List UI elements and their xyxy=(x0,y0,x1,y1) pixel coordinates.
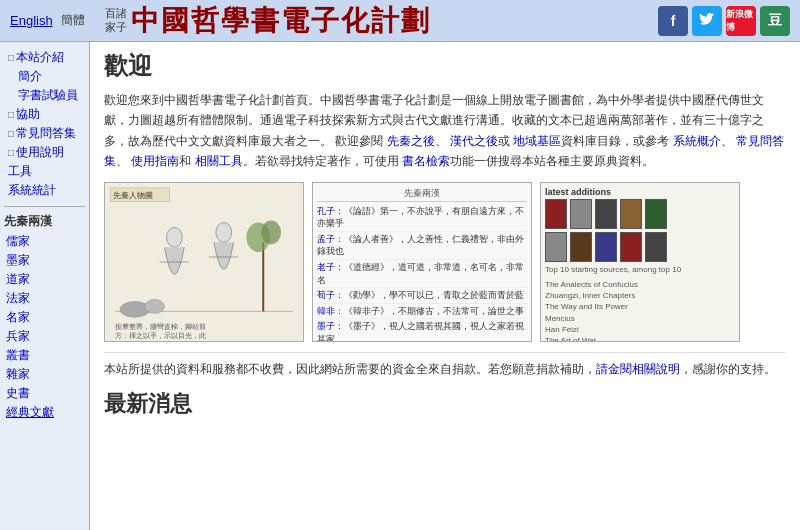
book-thumb-2 xyxy=(570,199,592,229)
book-thumb-6 xyxy=(545,232,567,262)
book-thumb-10 xyxy=(645,232,667,262)
douban-icon[interactable]: 豆 xyxy=(760,6,790,36)
sidebar-item-military[interactable]: 兵家 xyxy=(0,327,89,346)
svg-point-10 xyxy=(145,299,165,313)
images-row: 按摩整齊，腰彎皮棉，腳站前 方：揮之以手，示以目光，此 先秦人物圖 先秦兩漢 孔… xyxy=(104,182,786,342)
sidebar: 本站介紹 簡介 字書試驗員 協助 常見問答集 使用說明 工具 系統統計 先秦兩漢… xyxy=(0,42,90,530)
text-list-item-5: 墨子：《墨子》，視人之國若視其國，視人之家若視其家 xyxy=(317,319,527,341)
content-area: 歡迎 歡迎您來到中國哲學書電子化計劃首頁。中國哲學書電子化計劃是一個線上開放電子… xyxy=(90,42,800,530)
site-name-small: 百諸 家子 xyxy=(105,7,127,33)
sidebar-item-legalist[interactable]: 法家 xyxy=(0,289,89,308)
svg-point-8 xyxy=(261,220,281,244)
sidebar-item-faq[interactable]: 常見問答集 xyxy=(4,124,85,143)
sidebar-section-title: 先秦兩漢 xyxy=(0,211,89,232)
sidebar-item-help[interactable]: 協助 xyxy=(4,105,85,124)
social-icons: f 新浪微博 豆 xyxy=(658,6,790,36)
lang-chinese-link[interactable]: 簡體 xyxy=(61,12,85,29)
sidebar-item-stats[interactable]: 系統統計 xyxy=(4,181,85,200)
sidebar-item-history[interactable]: 史書 xyxy=(0,384,89,403)
link-tools[interactable]: 相關工具 xyxy=(195,154,243,168)
book-thumb-5 xyxy=(645,199,667,229)
sidebar-item-instructions[interactable]: 使用說明 xyxy=(4,143,85,162)
text-list-item-0: 孔子：《論語》第一，不亦說乎，有朋自遠方來，不亦樂乎 xyxy=(317,204,527,232)
link-region[interactable]: 地域基區 xyxy=(513,134,561,148)
book-row-1 xyxy=(545,199,735,229)
text-list-item-4: 韓非：《韓非子》，不期修古，不法常可，論世之事 xyxy=(317,304,527,320)
link-overview[interactable]: 系統概介 xyxy=(673,134,721,148)
sidebar-item-mohist[interactable]: 墨家 xyxy=(0,251,89,270)
right-panel-subtitle: Top 10 starting sources, among top 10 xyxy=(545,265,735,275)
svg-point-2 xyxy=(166,227,182,247)
sidebar-item-brief[interactable]: 簡介 xyxy=(4,67,85,86)
donation-link[interactable]: 請金閱相關說明 xyxy=(596,362,680,376)
sidebar-item-confucian[interactable]: 儒家 xyxy=(0,232,89,251)
sidebar-item-classics[interactable]: 經典文獻 xyxy=(0,403,89,422)
text-list-item-2: 老子：《道德經》，道可道，非常道，名可名，非常名 xyxy=(317,260,527,288)
sidebar-divider xyxy=(4,206,85,207)
sidebar-item-intro[interactable]: 本站介紹 xyxy=(4,48,85,67)
link-pre-qin[interactable]: 先秦之後 xyxy=(387,134,435,148)
sidebar-nav-section: 本站介紹 簡介 字書試驗員 協助 常見問答集 使用說明 工具 系統統計 xyxy=(0,46,89,202)
donation-text: 本站所提供的資料和服務都不收費，因此網站所需要的資金全來自捐款。若您願意捐款補助… xyxy=(104,352,786,379)
top-bar: English 簡體 百諸 家子 中國哲學書電子化計劃 f 新浪微博 豆 xyxy=(0,0,800,42)
book-thumb-9 xyxy=(620,232,642,262)
right-panel-title: latest additions xyxy=(545,187,735,197)
sidebar-item-test[interactable]: 字書試驗員 xyxy=(4,86,85,105)
sidebar-item-taoist[interactable]: 道家 xyxy=(0,270,89,289)
sidebar-item-collectanea[interactable]: 叢書 xyxy=(0,346,89,365)
link-guide[interactable]: 使用指南 xyxy=(131,154,179,168)
text-list-header: 先秦兩漢 xyxy=(317,187,527,202)
right-panel-image: latest additions Top 10 starting so xyxy=(540,182,740,342)
lang-english-link[interactable]: English xyxy=(10,13,53,28)
text-list-image: 先秦兩漢 孔子：《論語》第一，不亦說乎，有朋自遠方來，不亦樂乎 孟子：《論人者善… xyxy=(312,182,532,342)
link-search[interactable]: 書名檢索 xyxy=(402,154,450,168)
svg-text:按摩整齊，腰彎皮棉，腳站前: 按摩整齊，腰彎皮棉，腳站前 xyxy=(115,323,206,330)
sidebar-item-miscellany[interactable]: 雜家 xyxy=(0,365,89,384)
drawing-image: 按摩整齊，腰彎皮棉，腳站前 方：揮之以手，示以目光，此 先秦人物圖 xyxy=(104,182,304,342)
page-heading: 歡迎 xyxy=(104,50,786,82)
facebook-icon[interactable]: f xyxy=(658,6,688,36)
book-thumb-8 xyxy=(595,232,617,262)
main-layout: 本站介紹 簡介 字書試驗員 協助 常見問答集 使用說明 工具 系統統計 先秦兩漢… xyxy=(0,42,800,530)
news-heading: 最新消息 xyxy=(104,389,786,419)
sidebar-item-logician[interactable]: 名家 xyxy=(0,308,89,327)
site-title: 中國哲學書電子化計劃 xyxy=(131,2,431,40)
svg-point-4 xyxy=(216,222,232,242)
right-panel-list: The Analects of Confucius Zhuangzi, Inne… xyxy=(545,279,735,342)
twitter-icon[interactable] xyxy=(692,6,722,36)
book-thumb-4 xyxy=(620,199,642,229)
sidebar-item-tools[interactable]: 工具 xyxy=(4,162,85,181)
svg-text:先秦人物圖: 先秦人物圖 xyxy=(113,190,153,199)
text-list-item-3: 荀子：《勸學》，學不可以已，青取之於藍而青於藍 xyxy=(317,288,527,304)
link-han[interactable]: 漢代之後 xyxy=(450,134,498,148)
weibo-icon[interactable]: 新浪微博 xyxy=(726,6,756,36)
book-thumb-7 xyxy=(570,232,592,262)
text-list-item-1: 孟子：《論人者善》，人之善性，仁義禮智，非由外錄我也 xyxy=(317,232,527,260)
book-row-2 xyxy=(545,232,735,262)
book-thumb-1 xyxy=(545,199,567,229)
book-thumb-3 xyxy=(595,199,617,229)
svg-text:方：揮之以手，示以目光，此: 方：揮之以手，示以目光，此 xyxy=(115,332,206,339)
intro-text: 歡迎您來到中國哲學書電子化計劃首頁。中國哲學書電子化計劃是一個線上開放電子圖書館… xyxy=(104,90,786,172)
